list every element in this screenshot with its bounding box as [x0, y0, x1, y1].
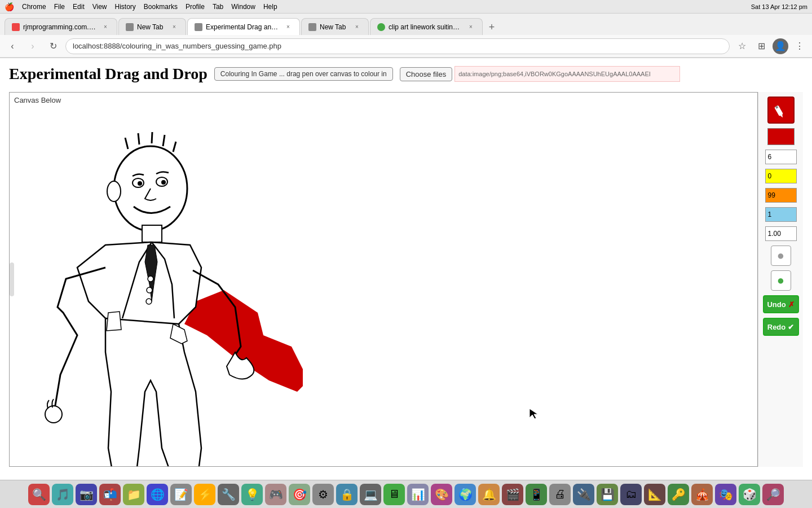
reload-button[interactable]: ↻ — [45, 38, 61, 54]
tab-newtab1[interactable]: New Tab × — [118, 18, 186, 35]
svg-point-8 — [138, 181, 142, 186]
input-cyan[interactable] — [765, 207, 797, 222]
dock-item[interactable]: 💾 — [597, 484, 618, 505]
green-small-button[interactable]: ● — [771, 270, 791, 291]
dock-item[interactable]: ⚡ — [194, 484, 215, 505]
back-button[interactable]: ‹ — [5, 38, 20, 54]
mouse-cursor — [528, 408, 540, 419]
dock-item[interactable]: 📊 — [407, 484, 429, 505]
red-color-swatch[interactable] — [767, 128, 795, 145]
dock-item[interactable]: 📝 — [170, 484, 192, 505]
tab-close-5[interactable]: × — [466, 23, 475, 32]
scroll-indicator — [10, 262, 14, 296]
opacity-input[interactable] — [765, 226, 797, 241]
dock-item[interactable]: 🎪 — [691, 484, 713, 505]
dock-item[interactable]: 🎨 — [431, 484, 452, 505]
tab-close-1[interactable]: × — [101, 23, 110, 32]
dock-item[interactable]: 🔔 — [478, 484, 500, 505]
tab-label-3: Experimental Drag and Drop — [206, 23, 280, 31]
pen-icon-button[interactable] — [767, 97, 795, 124]
menu-bookmarks[interactable]: Bookmarks — [144, 3, 178, 11]
dock-item[interactable]: 🖥 — [383, 484, 405, 505]
menu-tab[interactable]: Tab — [213, 3, 223, 11]
dock-item[interactable]: 🎲 — [739, 484, 760, 505]
new-tab-button[interactable]: + — [484, 19, 500, 35]
dock-item[interactable]: 💻 — [360, 484, 381, 505]
menu-button[interactable]: ⋮ — [792, 38, 807, 54]
menu-edit[interactable]: Edit — [73, 3, 85, 11]
menu-help[interactable]: Help — [263, 3, 277, 11]
profile-button[interactable]: 👤 — [773, 38, 788, 54]
menu-history[interactable]: History — [115, 3, 136, 11]
menubar-right: Sat 13 Apr 12:12 pm — [751, 3, 807, 10]
dock-item[interactable]: 📱 — [526, 484, 547, 505]
tab-favicon-2 — [126, 23, 134, 31]
menubar: 🍎 Chrome File Edit View History Bookmark… — [0, 0, 812, 14]
menubar-left: 🍎 Chrome File Edit View History Bookmark… — [5, 2, 277, 11]
menu-chrome[interactable]: Chrome — [22, 3, 46, 11]
dock-item[interactable]: 🎭 — [715, 484, 736, 505]
file-path-display: data:image/png;base64,iVBORw0KGgoAAAANSU… — [454, 66, 680, 82]
clock: Sat 13 Apr 12:12 pm — [751, 3, 807, 10]
menu-profile[interactable]: Profile — [186, 3, 205, 11]
tab-close-4[interactable]: × — [352, 23, 361, 32]
bookmark-button[interactable]: ☆ — [734, 38, 750, 54]
dock-item[interactable]: 🗂 — [620, 484, 642, 505]
tab-favicon-3 — [195, 23, 202, 31]
input-orange[interactable] — [765, 188, 797, 203]
dock-item[interactable]: 💡 — [241, 484, 263, 505]
file-input-wrapper: Choose files data:image/png;base64,iVBOR… — [400, 66, 681, 82]
menu-file[interactable]: File — [54, 3, 65, 11]
dock-item[interactable]: 🎬 — [502, 484, 523, 505]
svg-point-10 — [107, 181, 121, 202]
dock-item[interactable]: 🌐 — [147, 484, 168, 505]
tab-label-5: clip art linework suiting colo... — [389, 23, 463, 31]
dock-item[interactable]: 📁 — [123, 484, 144, 505]
dock-item[interactable]: 📐 — [644, 484, 665, 505]
settings-small-button[interactable]: ● — [771, 246, 791, 266]
tab-newtab2[interactable]: New Tab × — [301, 18, 369, 35]
dock-item[interactable]: 📬 — [99, 484, 121, 505]
dock-item[interactable]: 🔍 — [28, 484, 50, 505]
menu-view[interactable]: View — [92, 3, 107, 11]
dock-item[interactable]: 🔎 — [762, 484, 784, 505]
nav-bar: ‹ › ↻ localhost:8888/colouring_in_was_nu… — [0, 35, 812, 58]
undo-button[interactable]: Undo ✗ — [763, 295, 799, 313]
extensions-button[interactable]: ⊞ — [753, 38, 769, 54]
redo-button[interactable]: Redo ✔ — [763, 318, 799, 336]
main-area: Canvas Below — [9, 92, 803, 467]
tab-favicon-4 — [308, 23, 316, 31]
apple-menu[interactable]: 🍎 — [5, 2, 14, 11]
dock-item[interactable]: 🔌 — [573, 484, 594, 505]
tab-experimental[interactable]: Experimental Drag and Drop × — [187, 18, 300, 35]
dock-item[interactable]: 🔑 — [668, 484, 689, 505]
tab-close-2[interactable]: × — [170, 23, 179, 32]
address-bar[interactable]: localhost:8888/colouring_in_was_numbers_… — [65, 38, 730, 54]
choose-files-button[interactable]: Choose files — [400, 67, 453, 81]
menu-window[interactable]: Window — [231, 3, 255, 11]
dock-item[interactable]: 🖨 — [549, 484, 571, 505]
game-button[interactable]: Colouring In Game ... drag pen over canv… — [214, 67, 393, 81]
page-title: Experimental Drag and Drop — [9, 65, 208, 83]
url-text: localhost:8888/colouring_in_was_numbers_… — [73, 42, 722, 50]
dock-item[interactable]: 🎵 — [52, 484, 73, 505]
dock-item[interactable]: 🔧 — [218, 484, 239, 505]
dock-item[interactable]: 🌍 — [454, 484, 476, 505]
svg-point-14 — [146, 299, 152, 304]
dock-item[interactable]: 🎯 — [289, 484, 310, 505]
dock-item[interactable]: ⚙ — [312, 484, 334, 505]
tab-rjm[interactable]: rjmprogramming.com.au/tod... × — [5, 18, 117, 35]
dock-item[interactable]: 📷 — [76, 484, 97, 505]
forward-button[interactable]: › — [25, 38, 41, 54]
canvas-container[interactable]: Canvas Below — [9, 92, 758, 467]
page-header: Experimental Drag and Drop Colouring In … — [9, 65, 803, 83]
brush-size-input[interactable] — [765, 150, 797, 164]
tab-clipart[interactable]: clip art linework suiting colo... × — [370, 18, 483, 35]
svg-line-4 — [163, 135, 165, 146]
tab-label-2: New Tab — [137, 23, 166, 31]
svg-rect-11 — [142, 225, 162, 242]
tab-close-3[interactable]: × — [284, 23, 293, 32]
dock-item[interactable]: 🎮 — [265, 484, 286, 505]
dock-item[interactable]: 🔒 — [336, 484, 358, 505]
input-yellow[interactable] — [765, 169, 797, 183]
